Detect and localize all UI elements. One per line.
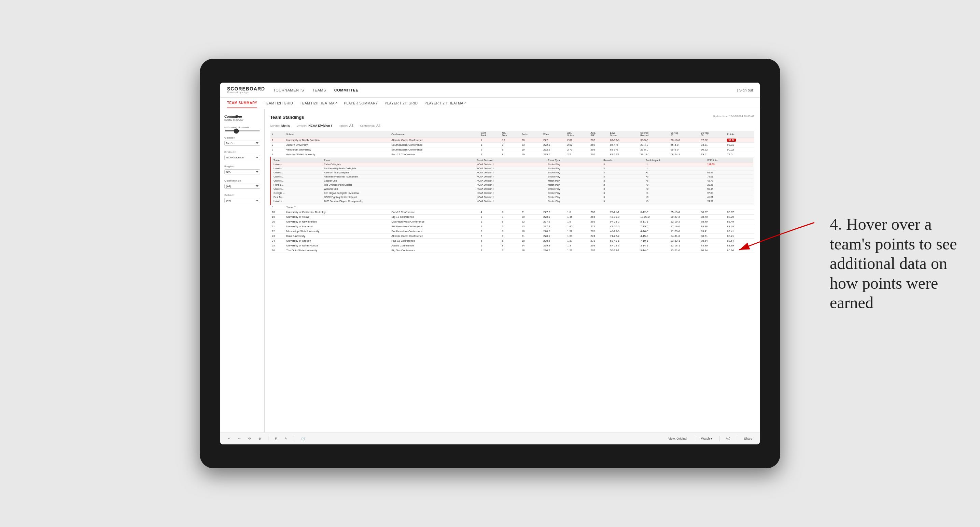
cell-school: University of Texas <box>285 215 390 219</box>
nav-item-tournaments[interactable]: TOURNAMENTS <box>273 87 304 94</box>
cell-avg-sg: 260 <box>589 143 608 148</box>
table-row[interactable]: 3 Vanderbilt University Southeastern Con… <box>270 148 754 152</box>
undo-button[interactable]: ↩ <box>226 436 232 441</box>
table-row[interactable]: 22 Mississippi State University Southeas… <box>270 229 754 234</box>
sub-nav: TEAM SUMMARY TEAM H2H GRID TEAM H2H HEAT… <box>220 98 760 109</box>
sign-out-button[interactable]: | Sign out <box>737 88 753 92</box>
cell-adj: 1.3 <box>566 243 589 248</box>
cell-vs25: 25-19-0 <box>669 210 700 215</box>
tt-event-type: Stroke Play <box>547 171 602 175</box>
tooltip-data-row: Univers... Copper Cup NCAA Division I Ma… <box>272 179 753 183</box>
tt-rounds: 3 <box>602 195 644 199</box>
cell-vs25: 11-23-0 <box>669 229 700 234</box>
conference-select[interactable]: (All) <box>224 184 260 189</box>
sub-nav-team-h2h-heatmap[interactable]: TEAM H2H HEATMAP <box>300 98 337 108</box>
committee-title: Committee <box>224 115 260 118</box>
cell-bnds: 19 <box>520 148 542 152</box>
clock-button[interactable]: 🕐 <box>299 436 307 441</box>
copy-button[interactable]: ⎘ <box>273 436 279 441</box>
cell-vs25: 24-31-0 <box>669 234 700 238</box>
table-row[interactable]: 19 University of Texas Big 12 Conference… <box>270 215 754 219</box>
pencil-button[interactable]: ✎ <box>282 436 289 441</box>
cell-overall: 6-12-0 <box>639 210 669 215</box>
th-vs50: Vs Top50 <box>699 131 725 138</box>
cell-school: University of Alabama <box>285 224 390 229</box>
view-original-button[interactable]: View: Original <box>666 436 689 441</box>
min-rounds-slider[interactable] <box>224 130 260 132</box>
table-row[interactable]: 24 University of Oregon Pac-12 Conferenc… <box>270 238 754 243</box>
table-row[interactable]: 1 University of North Carolina Atlantic … <box>270 138 754 143</box>
zoom-button[interactable]: ⊕ <box>256 436 263 441</box>
cell-adj: 1.37 <box>566 238 589 243</box>
table-row[interactable]: 2 Auburn University Southeastern Confere… <box>270 143 754 148</box>
division-select[interactable]: NCAA Division I NCAA Division II NCAA Di… <box>224 155 260 160</box>
cell-points[interactable]: 90.22 <box>725 148 754 152</box>
cell-conference: ASUN Conference <box>390 243 479 248</box>
region-select[interactable]: N/A <box>224 169 260 175</box>
cell-avg-sg: 269 <box>589 148 608 152</box>
th-school: School <box>285 131 390 138</box>
cell-bnds: 22 <box>520 219 542 224</box>
cell-vs50: 88.70 <box>699 215 725 219</box>
filter-region: Region: All <box>338 124 353 127</box>
cell-points[interactable]: 97.02 <box>725 138 754 143</box>
tt-event-type: Stroke Play <box>547 175 602 179</box>
cell-tours: 8 <box>501 234 520 238</box>
portal-review: Portal Review <box>224 118 260 122</box>
table-row[interactable]: 4 Arizona State University Pac-12 Confer… <box>270 152 754 157</box>
share-button[interactable]: Share <box>742 436 754 441</box>
table-row[interactable]: 18 University of California, Berkeley Pa… <box>270 210 754 215</box>
cell-points[interactable] <box>725 205 754 210</box>
school-select[interactable]: (All) <box>224 198 260 203</box>
table-row[interactable]: 21 University of Alabama Southeastern Co… <box>270 224 754 229</box>
table-row[interactable]: 25 University of North Florida ASUN Conf… <box>270 243 754 248</box>
tt-event-type: Stroke Play <box>547 187 602 191</box>
tablet-screen: SCOREBOARD Powered by clippi TOURNAMENTS… <box>220 83 760 444</box>
table-row[interactable]: 26 The Ohio State University Big Ten Con… <box>270 248 754 253</box>
tt-event-division: NCAA Division I <box>475 183 546 187</box>
sub-nav-player-h2h-heatmap[interactable]: PLAYER H2H HEATMAP <box>425 98 466 108</box>
cell-low-score: 53-41-1 <box>608 238 639 243</box>
minimum-rounds-section: Minimum Rounds <box>224 126 260 132</box>
cell-points[interactable]: 93.31 <box>725 143 754 148</box>
watch-button[interactable]: Watch ▾ <box>699 436 714 441</box>
cell-vs25 <box>669 205 700 210</box>
cell-low-score: 42-31-3 <box>608 215 639 219</box>
tooltip-row: TeamEventEvent DivisionEvent TypeRoundsR… <box>270 157 754 205</box>
cell-rank: 26 <box>270 248 285 253</box>
tooltip-data-row: Univers... Williams Cup NCAA Division I … <box>272 187 753 191</box>
tt-event: 2023 Sahalee Players Championship <box>323 199 475 203</box>
refresh-button[interactable]: ⟳ <box>246 436 253 441</box>
sub-nav-team-summary[interactable]: TEAM SUMMARY <box>227 98 257 108</box>
cell-vs50: 88.71 <box>699 234 725 238</box>
cell-points[interactable]: 88.07 <box>725 210 754 215</box>
th-tours: No.Tour <box>501 131 520 138</box>
outer-container: SCOREBOARD Powered by clippi TOURNAMENTS… <box>0 0 980 527</box>
cell-rank: 20 <box>270 219 285 224</box>
gender-select[interactable]: Men's Women's <box>224 141 260 146</box>
nav-item-committee[interactable]: COMMITTEE <box>334 87 358 94</box>
redo-button[interactable]: ↪ <box>236 436 243 441</box>
sub-nav-player-summary[interactable]: PLAYER SUMMARY <box>344 98 378 108</box>
table-row[interactable]: 20 University of New Mexico Mountain Wes… <box>270 219 754 224</box>
cell-conf-rank: 2 <box>479 152 501 157</box>
nav-item-teams[interactable]: TEAMS <box>312 87 326 94</box>
panel-title: Team Standings <box>270 115 304 120</box>
tt-event: Southern Highlands Collegiate <box>323 167 475 171</box>
cell-school: University of Oregon <box>285 238 390 243</box>
panel-title-section: Team Standings <box>270 115 304 121</box>
region-filter-label: Region: <box>338 124 348 127</box>
cell-vs50: 88.07 <box>699 210 725 215</box>
tt-w-points: 84.97 <box>706 171 753 175</box>
cell-adj: 2.5 <box>566 152 589 157</box>
comment-button[interactable]: 💬 <box>724 436 732 441</box>
table-row[interactable]: 5 Texas T... <box>270 205 754 210</box>
cell-adj: 1.45 <box>566 215 589 219</box>
sub-nav-team-h2h-grid[interactable]: TEAM H2H GRID <box>264 98 293 108</box>
cell-tours: 8 <box>501 219 520 224</box>
table-row[interactable]: 23 Duke University Atlantic Coast Confer… <box>270 234 754 238</box>
tt-event-division: NCAA Division I <box>475 199 546 203</box>
sub-nav-player-h2h-grid[interactable]: PLAYER H2H GRID <box>385 98 418 108</box>
tt-event-type: Stroke Play <box>547 162 602 167</box>
cell-points[interactable]: 79.5 <box>725 152 754 157</box>
